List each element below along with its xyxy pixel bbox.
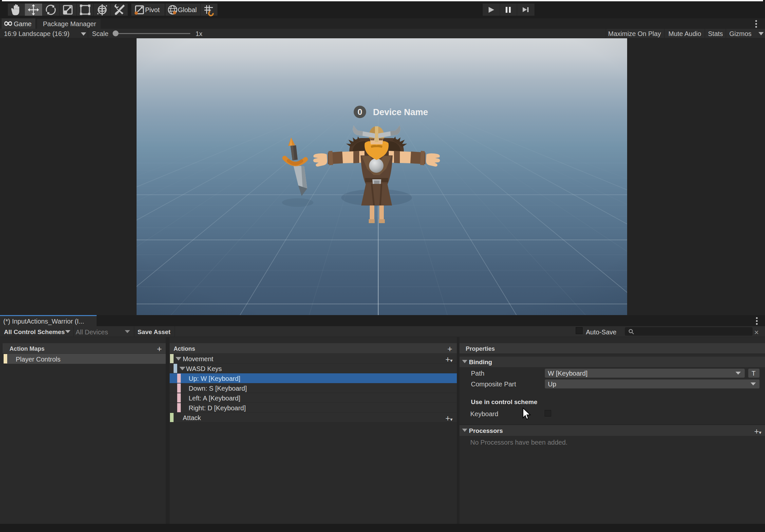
svg-text:Device Name: Device Name bbox=[373, 107, 428, 117]
svg-text:Global: Global bbox=[178, 6, 197, 13]
svg-text:0: 0 bbox=[358, 107, 362, 117]
svg-text:Pivot: Pivot bbox=[145, 6, 160, 13]
